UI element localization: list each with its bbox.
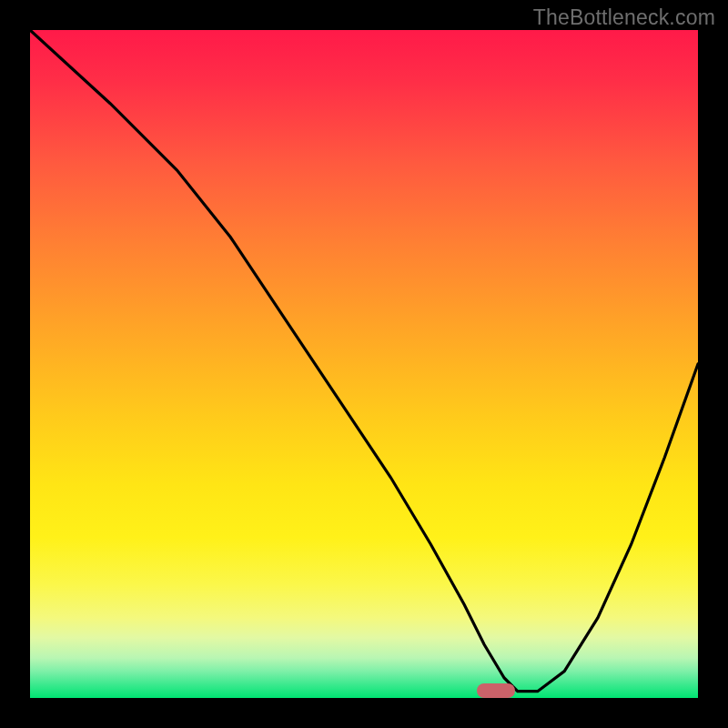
bottleneck-curve <box>30 30 698 698</box>
optimal-marker <box>477 683 515 698</box>
watermark-text: TheBottleneck.com <box>533 5 715 30</box>
curve-path <box>30 30 698 692</box>
plot-area <box>30 30 698 698</box>
chart-frame: TheBottleneck.com <box>0 0 728 728</box>
